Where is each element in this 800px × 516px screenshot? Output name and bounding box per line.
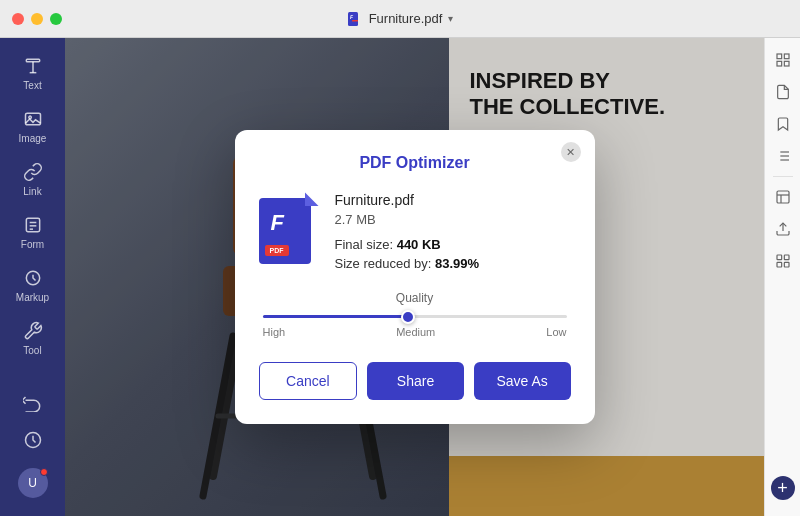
cancel-button[interactable]: Cancel xyxy=(259,362,358,400)
svg-rect-35 xyxy=(777,255,782,260)
titlebar-filename: Furniture.pdf xyxy=(369,11,443,26)
grid-icon xyxy=(775,52,791,68)
svg-point-7 xyxy=(28,116,30,119)
markup-icon xyxy=(23,268,43,288)
titlebar-chevron[interactable]: ▾ xyxy=(448,13,453,24)
main-content: INSPIRED BY THE COLLECTIVE. meet local c… xyxy=(65,38,764,516)
toolbar-zoom-button[interactable] xyxy=(769,247,797,275)
label-high: High xyxy=(263,326,286,338)
modal-buttons: Cancel Share Save As xyxy=(259,362,571,400)
toolbar-page-button[interactable] xyxy=(769,78,797,106)
app-body: Text Image Link Form xyxy=(0,38,800,516)
page-icon xyxy=(775,84,791,100)
slider-labels: High Medium Low xyxy=(263,326,567,338)
sidebar-item-tool[interactable]: Tool xyxy=(0,311,65,364)
pdf-title-icon: F xyxy=(347,11,363,27)
sidebar-bottom: U xyxy=(0,382,65,516)
svg-rect-37 xyxy=(777,262,782,267)
undo-icon xyxy=(23,392,43,412)
sidebar-item-avatar[interactable]: U xyxy=(0,458,65,506)
sidebar-item-link[interactable]: Link xyxy=(0,152,65,205)
share-button[interactable]: Share xyxy=(367,362,464,400)
svg-rect-23 xyxy=(777,61,782,66)
slider-track xyxy=(263,315,567,318)
save-as-button[interactable]: Save As xyxy=(474,362,571,400)
svg-rect-31 xyxy=(777,191,789,203)
sidebar-item-undo[interactable] xyxy=(0,382,65,420)
modal-close-button[interactable]: ✕ xyxy=(561,142,581,162)
svg-rect-24 xyxy=(784,61,789,66)
pdf-file-icon: F PDF xyxy=(259,192,319,264)
sidebar-item-markup[interactable]: Markup xyxy=(0,258,65,311)
sidebar-item-image[interactable]: Image xyxy=(0,99,65,152)
modal-file-info: F PDF Furniture.pdf 2.7 MB Final size: 4… xyxy=(259,192,571,271)
avatar: U xyxy=(18,468,48,498)
sidebar-item-history[interactable] xyxy=(0,420,65,458)
file-name: Furniture.pdf xyxy=(335,192,571,208)
slider-thumb[interactable] xyxy=(401,310,415,324)
quality-section: Quality High Medium Low xyxy=(259,291,571,338)
svg-rect-3 xyxy=(26,59,39,62)
svg-rect-36 xyxy=(784,255,789,260)
modal-overlay: ✕ PDF Optimizer F PDF xyxy=(65,38,764,516)
tool-icon xyxy=(23,321,43,341)
svg-rect-1 xyxy=(352,20,358,22)
file-original-size: 2.7 MB xyxy=(335,212,571,227)
toolbar-divider-1 xyxy=(773,176,793,177)
form-icon xyxy=(23,215,43,235)
list-icon xyxy=(775,148,791,164)
sidebar-item-text[interactable]: Text xyxy=(0,46,65,99)
window-controls xyxy=(12,13,62,25)
svg-rect-22 xyxy=(784,54,789,59)
file-size-reduced: Size reduced by: 83.99% xyxy=(335,256,571,271)
pdf-label: PDF xyxy=(265,245,289,256)
toolbar-grid-button[interactable] xyxy=(769,46,797,74)
add-button[interactable]: + xyxy=(771,476,795,500)
export-icon xyxy=(775,221,791,237)
toolbar-bookmark-button[interactable] xyxy=(769,110,797,138)
avatar-badge xyxy=(40,468,48,476)
panel-icon xyxy=(775,189,791,205)
pdf-optimizer-modal: ✕ PDF Optimizer F PDF xyxy=(235,130,595,424)
image-icon xyxy=(23,109,43,129)
close-dot[interactable] xyxy=(12,13,24,25)
toolbar-list-button[interactable] xyxy=(769,142,797,170)
label-medium: Medium xyxy=(396,326,435,338)
history-icon xyxy=(23,430,43,450)
svg-rect-21 xyxy=(777,54,782,59)
svg-rect-38 xyxy=(784,262,789,267)
bookmark-icon xyxy=(775,116,791,132)
file-details: Furniture.pdf 2.7 MB Final size: 440 KB … xyxy=(335,192,571,271)
slider-fill xyxy=(263,315,409,318)
modal-title: PDF Optimizer xyxy=(259,154,571,172)
minimize-dot[interactable] xyxy=(31,13,43,25)
sidebar: Text Image Link Form xyxy=(0,38,65,516)
maximize-dot[interactable] xyxy=(50,13,62,25)
pdf-icon-fold xyxy=(305,192,319,206)
window-title: F Furniture.pdf ▾ xyxy=(347,11,454,27)
label-low: Low xyxy=(546,326,566,338)
titlebar: F Furniture.pdf ▾ xyxy=(0,0,800,38)
quality-label: Quality xyxy=(259,291,571,305)
quality-slider[interactable]: High Medium Low xyxy=(259,315,571,338)
toolbar-export-button[interactable] xyxy=(769,215,797,243)
link-icon xyxy=(23,162,43,182)
right-toolbar: + xyxy=(764,38,800,516)
zoom-icon xyxy=(775,253,791,269)
file-final-size: Final size: 440 KB xyxy=(335,237,571,252)
toolbar-panel-button[interactable] xyxy=(769,183,797,211)
sidebar-item-form[interactable]: Form xyxy=(0,205,65,258)
text-icon xyxy=(23,56,43,76)
